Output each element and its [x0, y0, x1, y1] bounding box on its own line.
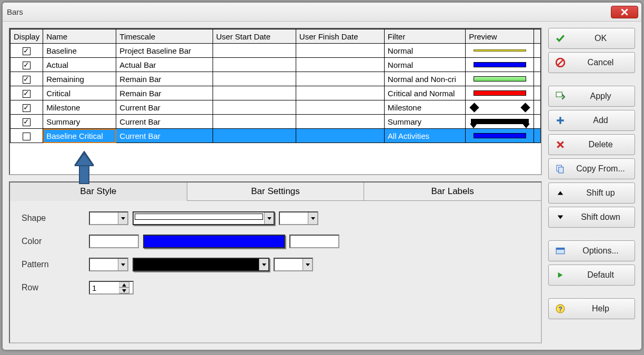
arrow-down-icon — [554, 214, 567, 221]
table-row-selected[interactable]: Baseline Critical Current Bar All Activi… — [11, 129, 541, 143]
col-timescale[interactable]: Timescale — [116, 29, 213, 44]
shift-down-button[interactable]: Shift down — [548, 207, 635, 228]
tab-bar-style[interactable]: Bar Style — [10, 182, 187, 201]
cell-userstart[interactable] — [213, 58, 296, 72]
cell-userfinish[interactable] — [296, 100, 384, 115]
add-button[interactable]: Add — [548, 110, 635, 131]
cell-filter[interactable]: Summary — [384, 115, 465, 129]
shift-up-button[interactable]: Shift up — [548, 182, 635, 204]
row-spinner[interactable] — [89, 281, 134, 295]
cancel-icon — [554, 58, 567, 67]
cell-timescale[interactable]: Remain Bar — [116, 86, 213, 100]
col-userstart[interactable]: User Start Date — [213, 29, 296, 44]
svg-line-1 — [557, 59, 563, 65]
row-down-btn[interactable] — [119, 288, 129, 293]
cell-userfinish[interactable] — [296, 44, 384, 58]
cell-name[interactable]: Summary — [43, 115, 116, 129]
display-checkbox[interactable] — [23, 76, 31, 84]
delete-button[interactable]: Delete — [548, 134, 635, 155]
shape-start-dropdown[interactable] — [89, 211, 128, 225]
cell-timescale[interactable]: Current Bar — [116, 115, 213, 129]
col-userfinish[interactable]: User Finish Date — [296, 29, 384, 44]
display-checkbox[interactable] — [23, 118, 31, 126]
default-button[interactable]: Default — [548, 265, 635, 286]
cell-userfinish[interactable] — [296, 58, 384, 72]
cell-name[interactable]: Baseline — [43, 44, 116, 58]
cell-userfinish[interactable] — [296, 115, 384, 129]
cell-userstart[interactable] — [213, 115, 296, 129]
col-filter[interactable]: Filter — [384, 29, 465, 44]
color-start-dropdown[interactable] — [89, 235, 139, 248]
col-display[interactable]: Display — [11, 29, 43, 44]
cell-filter[interactable]: Normal and Non-cri — [384, 72, 465, 86]
svg-rect-4 — [559, 167, 564, 173]
cell-userstart[interactable] — [213, 86, 296, 100]
cell-filter[interactable]: Normal — [384, 44, 465, 58]
cell-userfinish[interactable] — [296, 86, 384, 100]
pattern-main-dropdown[interactable] — [133, 258, 269, 271]
options-button[interactable]: Options... — [548, 240, 635, 261]
cell-timescale[interactable]: Remain Bar — [116, 72, 213, 86]
display-checkbox[interactable] — [23, 104, 31, 112]
cell-userfinish[interactable] — [296, 129, 384, 143]
cell-timescale[interactable]: Actual Bar — [116, 58, 213, 72]
svg-text:?: ? — [558, 306, 562, 313]
color-end-dropdown[interactable] — [289, 235, 339, 248]
cell-filter[interactable]: Milestone — [384, 100, 465, 115]
apply-button[interactable]: Apply — [548, 86, 635, 107]
close-button[interactable] — [611, 6, 638, 18]
options-icon — [554, 246, 567, 256]
cell-userstart[interactable] — [213, 129, 296, 143]
shape-end-dropdown[interactable] — [279, 211, 318, 225]
col-preview[interactable]: Preview — [466, 29, 534, 44]
table-row[interactable]: Critical Remain Bar Critical and Normal — [11, 86, 541, 100]
color-main-dropdown[interactable] — [143, 235, 285, 248]
table-row[interactable]: Remaining Remain Bar Normal and Non-cri — [11, 72, 541, 86]
cell-filter[interactable]: All Activities — [384, 129, 465, 143]
cell-timescale[interactable]: Project Baseline Bar — [116, 44, 213, 58]
cell-timescale[interactable]: Current Bar — [116, 100, 213, 115]
bars-grid[interactable]: Display Name Timescale User Start Date U… — [9, 28, 542, 175]
cancel-button[interactable]: Cancel — [548, 52, 635, 73]
cell-userstart[interactable] — [213, 72, 296, 86]
table-row[interactable]: Actual Actual Bar Normal — [11, 58, 541, 72]
cell-name[interactable]: Remaining — [43, 72, 116, 86]
cell-preview — [466, 44, 534, 58]
row-value-input[interactable] — [90, 283, 119, 292]
display-checkbox[interactable] — [23, 133, 31, 140]
cell-filter[interactable]: Critical and Normal — [384, 86, 465, 100]
table-row[interactable]: Summary Current Bar Summary — [11, 115, 541, 129]
cell-timescale[interactable]: Current Bar — [116, 129, 213, 143]
copy-from-button[interactable]: Copy From... — [548, 158, 635, 179]
plus-icon — [554, 116, 567, 125]
table-row[interactable]: Milestone Current Bar Milestone — [11, 100, 541, 115]
cell-userfinish[interactable] — [296, 72, 384, 86]
arrow-up-icon — [554, 189, 567, 197]
tab-bar-labels[interactable]: Bar Labels — [364, 182, 541, 200]
cell-name[interactable]: Actual — [43, 58, 116, 72]
table-row[interactable]: Baseline Project Baseline Bar Normal — [11, 44, 541, 58]
display-checkbox[interactable] — [23, 62, 31, 69]
cell-name[interactable]: Baseline Critical — [43, 129, 116, 143]
diamond-icon — [469, 103, 479, 112]
bar-style-tabs: Bar Style Bar Settings Bar Labels Shape … — [9, 181, 542, 343]
shape-label: Shape — [22, 214, 85, 223]
ok-button[interactable]: OK — [548, 28, 635, 49]
cell-userstart[interactable] — [213, 44, 296, 58]
help-button[interactable]: ? Help — [548, 298, 635, 319]
display-checkbox[interactable] — [23, 47, 31, 55]
col-name[interactable]: Name — [43, 29, 116, 44]
tab-content-bar-style: Shape Color Pattern — [10, 201, 541, 342]
cell-name[interactable]: Milestone — [43, 100, 116, 115]
display-checkbox[interactable] — [23, 90, 31, 98]
cell-name[interactable]: Critical — [43, 86, 116, 100]
cell-preview — [466, 86, 534, 100]
help-icon: ? — [554, 304, 567, 313]
shape-main-dropdown[interactable] — [133, 211, 275, 225]
pattern-start-dropdown[interactable] — [89, 258, 128, 271]
pattern-end-dropdown[interactable] — [274, 258, 313, 271]
cell-filter[interactable]: Normal — [384, 58, 465, 72]
row-up-btn[interactable] — [119, 282, 129, 288]
tab-bar-settings[interactable]: Bar Settings — [187, 182, 365, 200]
cell-userstart[interactable] — [213, 100, 296, 115]
